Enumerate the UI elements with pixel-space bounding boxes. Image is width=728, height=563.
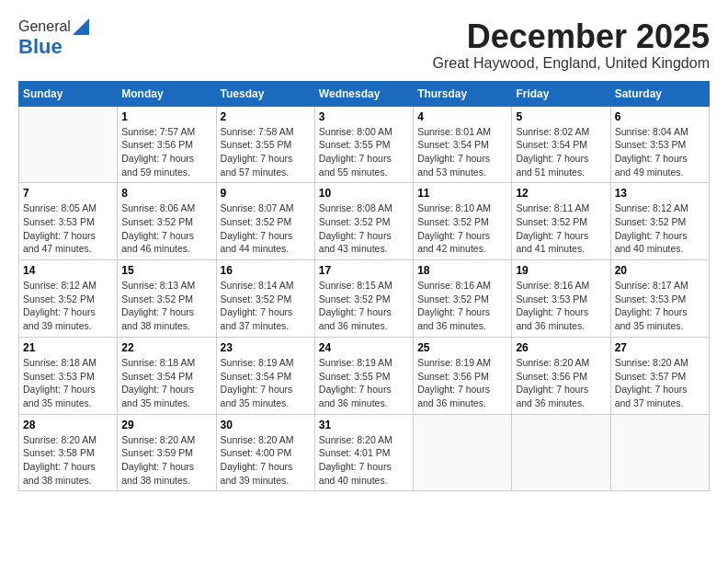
header-tuesday: Tuesday [216,81,314,106]
svg-marker-0 [73,18,89,35]
calendar-cell: 4Sunrise: 8:01 AM Sunset: 3:54 PM Daylig… [414,106,512,183]
header-wednesday: Wednesday [314,81,413,106]
day-number: 27 [615,341,705,354]
day-number: 7 [23,187,113,200]
day-info: Sunrise: 8:10 AM Sunset: 3:52 PM Dayligh… [417,201,507,256]
day-number: 3 [319,110,409,123]
day-info: Sunrise: 8:16 AM Sunset: 3:53 PM Dayligh… [516,279,606,333]
calendar-cell: 13Sunrise: 8:12 AM Sunset: 3:52 PM Dayli… [610,183,709,260]
calendar-week-row: 28Sunrise: 8:20 AM Sunset: 3:58 PM Dayli… [19,414,710,491]
day-info: Sunrise: 8:12 AM Sunset: 3:52 PM Dayligh… [23,279,113,333]
calendar-cell: 23Sunrise: 8:19 AM Sunset: 3:54 PM Dayli… [216,337,314,414]
month-title: December 2025 [432,18,710,55]
day-number: 1 [121,110,211,123]
calendar-cell: 11Sunrise: 8:10 AM Sunset: 3:52 PM Dayli… [414,183,512,260]
calendar-cell: 29Sunrise: 8:20 AM Sunset: 3:59 PM Dayli… [118,414,216,491]
day-info: Sunrise: 8:04 AM Sunset: 3:53 PM Dayligh… [615,125,705,179]
day-number: 19 [516,264,606,277]
logo-general-text: General [18,18,71,35]
day-number: 10 [319,187,409,200]
logo-triangle-icon [73,18,89,35]
header-thursday: Thursday [414,81,512,106]
day-number: 11 [417,187,507,200]
calendar-cell [19,106,118,183]
calendar-cell: 31Sunrise: 8:20 AM Sunset: 4:01 PM Dayli… [314,414,413,491]
day-number: 28 [23,419,113,431]
calendar-week-row: 7Sunrise: 8:05 AM Sunset: 3:53 PM Daylig… [19,183,710,260]
day-number: 21 [23,341,113,354]
day-number: 2 [221,110,311,123]
day-info: Sunrise: 8:20 AM Sunset: 3:58 PM Dayligh… [23,433,113,488]
day-number: 20 [615,264,705,277]
calendar-cell: 9Sunrise: 8:07 AM Sunset: 3:52 PM Daylig… [216,183,314,260]
header-friday: Friday [512,81,610,106]
header-saturday: Saturday [610,81,709,106]
day-number: 23 [221,341,311,354]
day-number: 4 [417,110,507,123]
day-number: 8 [121,187,211,200]
day-info: Sunrise: 8:00 AM Sunset: 3:55 PM Dayligh… [319,125,409,179]
calendar-cell: 25Sunrise: 8:19 AM Sunset: 3:56 PM Dayli… [414,337,512,414]
calendar-cell: 12Sunrise: 8:11 AM Sunset: 3:52 PM Dayli… [512,183,610,260]
day-number: 30 [221,419,311,431]
calendar-cell: 17Sunrise: 8:15 AM Sunset: 3:52 PM Dayli… [314,260,413,338]
calendar-cell: 21Sunrise: 8:18 AM Sunset: 3:53 PM Dayli… [19,337,118,414]
day-info: Sunrise: 8:08 AM Sunset: 3:52 PM Dayligh… [319,201,409,256]
day-info: Sunrise: 8:12 AM Sunset: 3:52 PM Dayligh… [615,201,705,256]
day-info: Sunrise: 8:19 AM Sunset: 3:55 PM Dayligh… [319,356,409,410]
calendar-cell: 28Sunrise: 8:20 AM Sunset: 3:58 PM Dayli… [19,414,118,491]
day-info: Sunrise: 8:18 AM Sunset: 3:54 PM Dayligh… [121,356,211,410]
calendar-cell: 6Sunrise: 8:04 AM Sunset: 3:53 PM Daylig… [610,106,709,183]
day-info: Sunrise: 8:18 AM Sunset: 3:53 PM Dayligh… [23,356,113,410]
calendar-cell [610,414,709,491]
calendar-cell [414,414,512,491]
day-number: 31 [319,419,409,431]
calendar-cell: 1Sunrise: 7:57 AM Sunset: 3:56 PM Daylig… [118,106,216,183]
calendar-cell: 22Sunrise: 8:18 AM Sunset: 3:54 PM Dayli… [118,337,216,414]
day-info: Sunrise: 8:20 AM Sunset: 3:56 PM Dayligh… [516,356,606,410]
calendar-cell: 5Sunrise: 8:02 AM Sunset: 3:54 PM Daylig… [512,106,610,183]
calendar-cell: 20Sunrise: 8:17 AM Sunset: 3:53 PM Dayli… [610,260,709,338]
day-info: Sunrise: 8:14 AM Sunset: 3:52 PM Dayligh… [221,279,311,333]
location-title: Great Haywood, England, United Kingdom [432,55,710,72]
day-number: 16 [221,264,311,277]
day-info: Sunrise: 8:17 AM Sunset: 3:53 PM Dayligh… [615,279,705,333]
day-number: 6 [615,110,705,123]
day-number: 29 [121,419,211,431]
day-info: Sunrise: 8:06 AM Sunset: 3:52 PM Dayligh… [121,201,211,256]
day-number: 22 [121,341,211,354]
day-number: 9 [221,187,311,200]
day-info: Sunrise: 8:20 AM Sunset: 3:59 PM Dayligh… [121,433,211,488]
calendar-cell: 26Sunrise: 8:20 AM Sunset: 3:56 PM Dayli… [512,337,610,414]
calendar-cell: 2Sunrise: 7:58 AM Sunset: 3:55 PM Daylig… [216,106,314,183]
day-number: 24 [319,341,409,354]
calendar-week-row: 1Sunrise: 7:57 AM Sunset: 3:56 PM Daylig… [19,106,710,183]
day-info: Sunrise: 8:16 AM Sunset: 3:52 PM Dayligh… [417,279,507,333]
calendar-cell: 18Sunrise: 8:16 AM Sunset: 3:52 PM Dayli… [414,260,512,338]
day-info: Sunrise: 8:07 AM Sunset: 3:52 PM Dayligh… [221,201,311,256]
calendar-cell: 30Sunrise: 8:20 AM Sunset: 4:00 PM Dayli… [216,414,314,491]
calendar-cell: 8Sunrise: 8:06 AM Sunset: 3:52 PM Daylig… [118,183,216,260]
calendar-cell: 24Sunrise: 8:19 AM Sunset: 3:55 PM Dayli… [314,337,413,414]
logo: General Blue [18,18,89,59]
day-number: 15 [121,264,211,277]
day-info: Sunrise: 7:57 AM Sunset: 3:56 PM Dayligh… [121,125,211,179]
day-number: 13 [615,187,705,200]
calendar-table: SundayMondayTuesdayWednesdayThursdayFrid… [18,81,710,492]
day-number: 17 [319,264,409,277]
day-info: Sunrise: 8:05 AM Sunset: 3:53 PM Dayligh… [23,201,113,256]
day-info: Sunrise: 8:20 AM Sunset: 4:00 PM Dayligh… [221,433,311,488]
day-info: Sunrise: 8:20 AM Sunset: 3:57 PM Dayligh… [615,356,705,410]
day-number: 18 [417,264,507,277]
title-block: December 2025 Great Haywood, England, Un… [432,18,710,72]
day-number: 25 [417,341,507,354]
day-number: 12 [516,187,606,200]
calendar-week-row: 21Sunrise: 8:18 AM Sunset: 3:53 PM Dayli… [19,337,710,414]
day-info: Sunrise: 8:19 AM Sunset: 3:54 PM Dayligh… [221,356,311,410]
logo-blue-text: Blue [18,35,63,59]
calendar-cell: 15Sunrise: 8:13 AM Sunset: 3:52 PM Dayli… [118,260,216,338]
calendar-cell: 3Sunrise: 8:00 AM Sunset: 3:55 PM Daylig… [314,106,413,183]
header-monday: Monday [118,81,216,106]
day-info: Sunrise: 7:58 AM Sunset: 3:55 PM Dayligh… [221,125,311,179]
calendar-cell: 19Sunrise: 8:16 AM Sunset: 3:53 PM Dayli… [512,260,610,338]
